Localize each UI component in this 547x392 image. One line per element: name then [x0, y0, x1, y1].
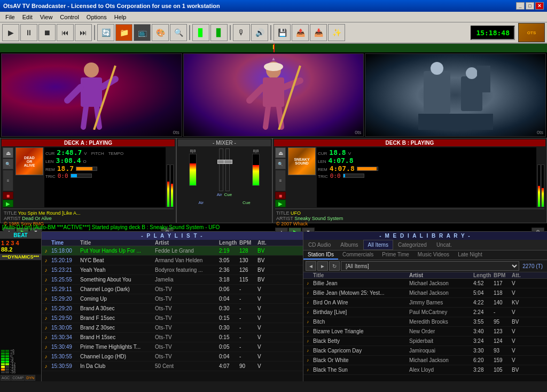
- lib-tab-uncat.[interactable]: Uncat.: [432, 240, 457, 250]
- menu-file[interactable]: File: [2, 13, 18, 21]
- minimize-button[interactable]: _: [516, 2, 525, 10]
- library-row[interactable]: ♪ Black Or White Michael Jackson 6:20 15…: [303, 356, 547, 365]
- library-row[interactable]: ♪ Black Betty Spiderbait 3:24 124 V: [303, 336, 547, 346]
- mixer-fader-a[interactable]: [219, 148, 223, 191]
- video-figure-b: [241, 60, 306, 130]
- deck-a-play-btn[interactable]: ▶: [3, 200, 13, 207]
- mixer: - MIXER - 8|8 Ai: [176, 138, 272, 223]
- tb-search[interactable]: 🔍: [170, 24, 187, 41]
- lib-tab2-music-videos[interactable]: Music Videos: [413, 250, 454, 260]
- lib-nav-back[interactable]: ◄: [306, 261, 316, 271]
- deck-b-search[interactable]: 🔍: [275, 159, 286, 169]
- tb-save[interactable]: 💾: [274, 24, 291, 41]
- tb-star[interactable]: ✨: [328, 24, 345, 41]
- tb-open[interactable]: 📁: [115, 24, 132, 41]
- video-panel-preview-a[interactable]: 0ts: [1, 53, 182, 137]
- pl-col-att: Att.: [256, 240, 269, 246]
- playlist-row[interactable]: ♪ 15:30:59 In Da Club 50 Cent 4:07 90 V: [42, 362, 303, 371]
- tb-video[interactable]: 📺: [134, 24, 151, 41]
- tb-export[interactable]: 📤: [292, 24, 309, 41]
- lib-tab-all-items[interactable]: All Items: [363, 240, 393, 250]
- library-row[interactable]: ♪ Billie Jean (Motown 25: Yest... Michae…: [303, 288, 547, 298]
- menu-view[interactable]: View: [37, 13, 56, 21]
- tb-import[interactable]: 📥: [310, 24, 327, 41]
- deck-b-stop-btn[interactable]: ■: [275, 192, 286, 199]
- tb-vol[interactable]: 🔊: [251, 24, 268, 41]
- tb-next[interactable]: ⏭: [75, 24, 92, 41]
- waveform-bar[interactable]: [0, 44, 547, 52]
- pl-col-time: Time: [50, 240, 79, 246]
- svg-point-16: [431, 62, 443, 75]
- deck-a-stop-btn[interactable]: ■: [3, 192, 13, 199]
- agc-btn[interactable]: AGC: [1, 375, 11, 381]
- dynamics-header: ***DYNAMICS***: [0, 254, 41, 260]
- tb-play[interactable]: ▶: [2, 24, 19, 41]
- library-row[interactable]: ♪ Birthday [Live] Paul McCartney 2:24 - …: [303, 308, 547, 317]
- lib-nav-dropdown[interactable]: [All Items]: [341, 261, 519, 271]
- lib-tab2-station-ids[interactable]: Station IDs: [303, 250, 338, 260]
- playlist-row[interactable]: ♪ 15:29:11 Channel Logo (Dark) Ots-TV 0:…: [42, 285, 303, 294]
- playlist-row[interactable]: ♪ 15:29:50 Brand F 15sec Ots-TV 0:15 - V: [42, 313, 303, 323]
- playlist-row[interactable]: ♪ 15:29:20 Brand A 30sec Ots-TV 0:30 - V: [42, 304, 303, 313]
- mixer-fader-b[interactable]: [225, 148, 230, 191]
- menu-help[interactable]: Help: [111, 13, 130, 21]
- playlist-row[interactable]: ♪ 15:23:21 Yeah Yeah Bodyrox featuring .…: [42, 265, 303, 275]
- lib-tab-cd-audio[interactable]: CD Audio: [303, 240, 335, 250]
- video-panel-preview-c[interactable]: 0ts: [365, 53, 546, 137]
- deck-a-search[interactable]: 🔍: [3, 159, 13, 169]
- deck-b-play-btn[interactable]: ▶: [275, 200, 286, 207]
- menu-edit[interactable]: Edit: [19, 13, 36, 21]
- library-scroll[interactable]: ♪ Billie Jean Michael Jackson 4:52 117 V…: [303, 279, 547, 381]
- svg-point-18: [466, 67, 478, 79]
- playlist-row[interactable]: ♪ 15:30:05 Brand Z 30sec Ots-TV 0:30 - V: [42, 323, 303, 333]
- playlist-scroll[interactable]: ♪ 15:18:00 Put Your Hands Up For ... Fed…: [42, 246, 303, 381]
- comp-btn[interactable]: COMP: [11, 375, 25, 381]
- library-row[interactable]: ♪ Bizarre Love Triangle New Order 3:40 1…: [303, 327, 547, 336]
- playlist-row[interactable]: ♪ 15:30:55 Channel Logo (HD) Ots-TV 0:04…: [42, 352, 303, 362]
- playlist-row[interactable]: ♪ 15:18:00 Put Your Hands Up For ... Fed…: [42, 246, 303, 256]
- tb-stop[interactable]: ⏹: [38, 24, 56, 41]
- deck-b-tric-bar: [343, 174, 364, 178]
- deck-b-tric: 0:0: [330, 173, 341, 179]
- deck-a-progress[interactable]: [3, 208, 174, 209]
- tb-fx[interactable]: 🎨: [152, 24, 169, 41]
- playlist-row[interactable]: ♪ 15:30:34 Brand H 15sec Ots-TV 0:15 - V: [42, 333, 303, 342]
- maximize-button[interactable]: □: [526, 2, 534, 10]
- playlist-row[interactable]: ♪ 15:20:19 NYC Beat Armand Van Helden 3:…: [42, 256, 303, 265]
- lib-tab2-commercials[interactable]: Commercials: [338, 250, 378, 260]
- playlist-row[interactable]: ♪ 15:29:20 Coming Up Ots-TV 0:04 - V: [42, 294, 303, 304]
- menu-options[interactable]: Options: [83, 13, 110, 21]
- dyn-btn[interactable]: DYN: [25, 375, 35, 381]
- deck-b-eject[interactable]: ⏏: [275, 147, 286, 158]
- lib-nav-forward[interactable]: ►: [317, 261, 328, 271]
- lib-nav-refresh[interactable]: ↻: [329, 261, 340, 271]
- video-panel-preview-b[interactable]: ▲ 0ts: [183, 53, 364, 137]
- deck-a-eject[interactable]: ⏏: [3, 147, 13, 158]
- tb-mic[interactable]: 🎙: [233, 24, 250, 41]
- lib-tab2-late-night[interactable]: Late Night: [454, 250, 487, 260]
- lib-tab-albums[interactable]: Albums: [335, 240, 363, 250]
- tb-loop[interactable]: 🔄: [97, 24, 114, 41]
- library-row[interactable]: ♪ Black Capricorn Day Jamiroquai 3:30 93…: [303, 346, 547, 356]
- video-content-b: [184, 54, 364, 136]
- lib-tab-categorized[interactable]: Categorized: [393, 240, 432, 250]
- mixer-vu-l: [189, 154, 197, 186]
- deck-b-progress[interactable]: [275, 208, 544, 209]
- playlist-row[interactable]: ♪ 15:30:49 Prime Time Highlights T... Ot…: [42, 342, 303, 352]
- deck-b-cur-time: 18.8: [329, 148, 346, 156]
- mixer-vu-section: 8|8 Air Cue: [178, 146, 271, 199]
- tb-pause[interactable]: ⏸: [20, 24, 37, 41]
- tb-chart2[interactable]: ▊: [210, 24, 228, 41]
- tb-chart1[interactable]: ▊: [192, 24, 209, 41]
- playlist-row[interactable]: ♪ 15:25:55 Something About You Jamelia 3…: [42, 275, 303, 285]
- library-row[interactable]: ♪ Black The Sun Alex Lloyd 3:28 105 BV: [303, 365, 547, 375]
- menu-control[interactable]: Control: [57, 13, 82, 21]
- library-row[interactable]: ♪ Billie Jean Michael Jackson 4:52 117 V: [303, 279, 547, 288]
- tb-prev[interactable]: ⏮: [57, 24, 74, 41]
- lib-tab2-prime-time[interactable]: Prime Time: [378, 250, 413, 260]
- deck-a-scroll[interactable]: ≡: [3, 170, 13, 191]
- deck-b-scroll[interactable]: ≡: [275, 170, 286, 191]
- close-button[interactable]: ✕: [535, 2, 544, 10]
- library-row[interactable]: ♪ Bitch Meredith Brooks 3:55 95 BV: [303, 317, 547, 327]
- library-row[interactable]: ♪ Bird On A Wire Jimmy Barnes 4:22 140 K…: [303, 298, 547, 308]
